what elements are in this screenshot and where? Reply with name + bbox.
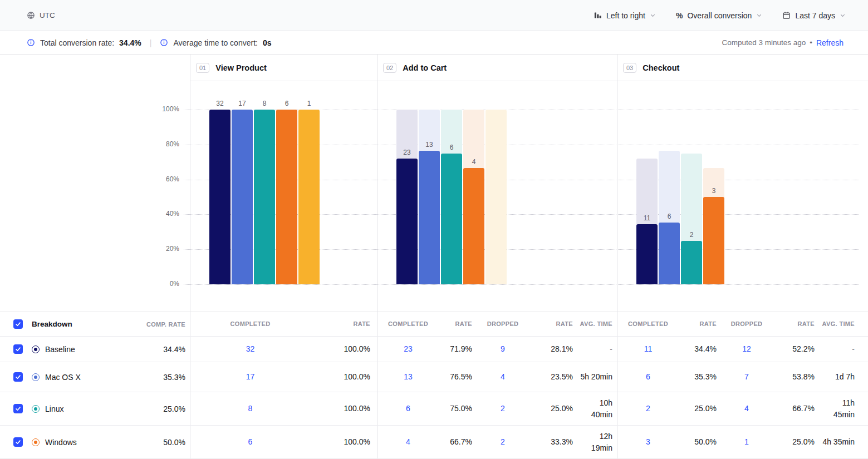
step2-dropped-rate: 28.1% bbox=[528, 343, 578, 354]
funnel-bar-mac-os-x[interactable] bbox=[232, 110, 253, 284]
topbar: UTC Left to right % Overall conversion L… bbox=[0, 0, 868, 31]
check-icon bbox=[15, 346, 21, 352]
step2-dropped-count[interactable]: 2 bbox=[478, 403, 528, 414]
step2-dropped-count[interactable]: 4 bbox=[478, 371, 528, 382]
breakdown-cell: Mac OS X35.3% bbox=[0, 362, 190, 392]
step3-dropped-count[interactable]: 7 bbox=[722, 371, 771, 382]
step2-completed-count[interactable]: 6 bbox=[377, 403, 439, 414]
funnel-direction-label: Left to right bbox=[606, 11, 645, 20]
step-3-plot: 11623 bbox=[617, 110, 868, 284]
step-1-cells: 32100.0% bbox=[190, 337, 377, 362]
chevron-down-icon bbox=[840, 12, 846, 18]
row-checkbox[interactable] bbox=[13, 344, 23, 354]
step3-dropped-count[interactable]: 1 bbox=[722, 436, 771, 447]
step-number: 01 bbox=[196, 63, 209, 73]
breakdown-row-baseline: Baseline34.4%32100.0%2371.9%928.1%-1134.… bbox=[0, 337, 868, 362]
breakdown-cell: Windows50.0% bbox=[0, 426, 190, 458]
total-conversion-label: Total conversion rate: bbox=[40, 38, 114, 47]
step-3-cells: 350.0%125.0%4h 35min bbox=[617, 426, 868, 458]
step-2-cells: 1376.5%423.5%5h 20min bbox=[377, 362, 617, 392]
table-body: Baseline34.4%32100.0%2371.9%928.1%-1134.… bbox=[0, 337, 868, 459]
step1-completed-count[interactable]: 17 bbox=[190, 371, 310, 382]
check-icon bbox=[15, 439, 21, 445]
step3-dropped-count[interactable]: 12 bbox=[722, 343, 771, 354]
funnel-bar-baseline[interactable] bbox=[209, 110, 231, 284]
step1-completed-count[interactable]: 8 bbox=[190, 403, 310, 414]
percent-icon: % bbox=[676, 11, 683, 20]
divider: | bbox=[150, 38, 152, 47]
step2-completed-count[interactable]: 13 bbox=[377, 371, 439, 382]
step-number: 03 bbox=[623, 63, 636, 73]
step2-completed-count[interactable]: 23 bbox=[377, 343, 439, 354]
step3-dropped-rate: 25.0% bbox=[771, 436, 820, 447]
step-2-plot: 231364 bbox=[377, 110, 617, 284]
step3-dropped-count[interactable]: 4 bbox=[722, 403, 771, 414]
row-checkbox[interactable] bbox=[13, 437, 23, 447]
step2-dropped-rate: 25.0% bbox=[528, 403, 578, 414]
step3-dropped-rate: 52.2% bbox=[771, 343, 820, 354]
total-comp-rate-value: 35.3% bbox=[163, 373, 190, 382]
step-name: Checkout bbox=[643, 63, 679, 72]
breakdown-label: Mac OS X bbox=[45, 373, 81, 382]
date-range-label: Last 7 days bbox=[795, 11, 835, 20]
funnel-bar-linux[interactable] bbox=[254, 110, 275, 284]
funnel-bar-baseline[interactable] bbox=[396, 159, 418, 284]
step3-completed-count[interactable]: 6 bbox=[617, 371, 679, 382]
breakdown-row-windows: Windows50.0%6100.0%466.7%233.3%12h 19min… bbox=[0, 426, 868, 459]
step3-avg-time: - bbox=[820, 343, 868, 354]
funnel-direction-select[interactable]: Left to right bbox=[594, 11, 656, 20]
funnel-bar-mac-os-x[interactable] bbox=[419, 151, 440, 284]
y-axis-label: 0% bbox=[170, 280, 179, 288]
check-icon bbox=[15, 406, 21, 412]
y-axis-label: 60% bbox=[166, 175, 179, 183]
timezone-indicator[interactable]: UTC bbox=[27, 11, 55, 19]
step1-completed-count[interactable]: 32 bbox=[190, 343, 310, 354]
funnel-bar-linux[interactable] bbox=[681, 241, 702, 285]
y-axis-label: 80% bbox=[166, 140, 179, 148]
step3-dropped-rate: 53.8% bbox=[771, 371, 820, 382]
step2-dropped-count[interactable]: 2 bbox=[478, 436, 528, 447]
date-range-select[interactable]: Last 7 days bbox=[782, 11, 846, 20]
y-axis: 100% 80% 60% 40% 20% 0% bbox=[0, 55, 190, 312]
funnel-stats: Total conversion rate: 34.4% | Average t… bbox=[27, 38, 271, 47]
step1-rate: 100.0% bbox=[310, 436, 377, 447]
step3-completed-count[interactable]: 3 bbox=[617, 436, 679, 447]
chevron-down-icon bbox=[756, 12, 762, 18]
step3-completed-count[interactable]: 11 bbox=[617, 343, 679, 354]
funnel-bar-windows[interactable] bbox=[276, 110, 297, 284]
step-1-cells: 6100.0% bbox=[190, 426, 377, 458]
breakdown-cell: Linux25.0% bbox=[0, 392, 190, 425]
breakdown-label: Baseline bbox=[45, 345, 75, 354]
breakdown-header: Breakdown bbox=[32, 320, 72, 328]
funnel-bar-windows[interactable] bbox=[703, 197, 724, 284]
row-checkbox[interactable] bbox=[13, 372, 23, 382]
dropped-header: DROPPED bbox=[478, 320, 528, 329]
refresh-button[interactable]: Refresh bbox=[816, 38, 844, 47]
step3-completed-count[interactable]: 2 bbox=[617, 403, 679, 414]
step1-completed-count[interactable]: 6 bbox=[190, 436, 310, 447]
row-checkbox[interactable] bbox=[13, 404, 23, 413]
step2-rate: 76.5% bbox=[439, 371, 478, 382]
total-comp-rate-value: 25.0% bbox=[163, 404, 190, 413]
avg-time-value[interactable]: 0s bbox=[263, 38, 272, 47]
funnel-bar-series-5[interactable] bbox=[298, 110, 320, 284]
conversion-metric-label: Overall conversion bbox=[687, 11, 752, 20]
step1-rate: 100.0% bbox=[310, 371, 377, 382]
select-all-checkbox[interactable] bbox=[13, 319, 23, 329]
y-axis-label: 20% bbox=[166, 245, 179, 253]
funnel-ghost-bar-series-5 bbox=[486, 110, 507, 284]
globe-icon bbox=[27, 11, 35, 19]
comp-rate-header: COMP. RATE bbox=[146, 321, 190, 328]
funnel-step-1: 01 View Product 3217861 bbox=[190, 55, 377, 312]
conversion-metric-select[interactable]: % Overall conversion bbox=[676, 11, 762, 20]
funnel-bar-linux[interactable] bbox=[441, 154, 462, 285]
computed-status: Computed 3 minutes ago • Refresh bbox=[722, 38, 844, 47]
step2-dropped-count[interactable]: 9 bbox=[478, 343, 528, 354]
step-header: 03 Checkout bbox=[617, 55, 868, 81]
completed-header: COMPLETED bbox=[377, 320, 439, 329]
step2-completed-count[interactable]: 4 bbox=[377, 436, 439, 447]
check-icon bbox=[15, 321, 21, 327]
funnel-bar-windows[interactable] bbox=[463, 168, 484, 284]
avg-time-label: Average time to convert: bbox=[173, 38, 257, 47]
funnel-bar-baseline[interactable] bbox=[636, 224, 658, 284]
